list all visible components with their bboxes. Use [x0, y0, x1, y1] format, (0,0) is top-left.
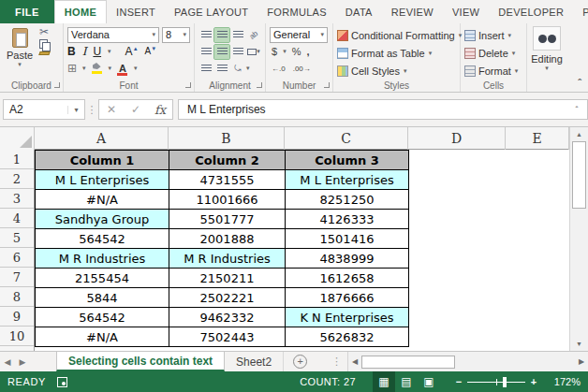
underline-button[interactable]: U [93, 45, 101, 58]
cell-B10[interactable]: 7502443 [169, 327, 286, 347]
paste-button[interactable]: Paste ▾ [4, 28, 36, 68]
insert-dropdown-icon[interactable]: ▾ [508, 32, 512, 39]
cell-B9[interactable]: 9462332 [169, 308, 286, 327]
tab-powerpivo[interactable]: POWERPIVO [573, 0, 588, 23]
page-break-view-icon[interactable]: ▣ [418, 371, 440, 392]
row-header-10[interactable]: 10 [0, 327, 34, 346]
align-center-button[interactable] [214, 45, 229, 59]
column-header-e[interactable]: E [506, 127, 569, 150]
vertical-scroll-thumb[interactable] [572, 141, 586, 209]
comma-format-button[interactable]: , [306, 46, 309, 57]
new-sheet-icon[interactable]: + [293, 355, 307, 369]
alignment-dialog-launcher-icon[interactable] [257, 82, 262, 88]
insert-function-icon[interactable]: fx [148, 103, 172, 117]
name-box-dropdown-icon[interactable]: ▾ [67, 106, 84, 114]
horizontal-scrollbar[interactable]: ◀ ▶ [347, 352, 588, 371]
row-header-7[interactable]: 7 [0, 268, 34, 287]
scroll-right-icon[interactable]: ▶ [575, 357, 588, 366]
tab-insert[interactable]: INSERT [107, 0, 165, 23]
cell-B4[interactable]: 5501777 [169, 210, 286, 229]
tab-home[interactable]: HOME [54, 0, 107, 23]
currency-dropdown-icon[interactable]: ▾ [283, 48, 287, 55]
align-middle-button[interactable] [214, 28, 229, 42]
cell-A5[interactable]: 564542 [36, 229, 169, 249]
tab-file[interactable]: FILE [0, 0, 54, 23]
cell-C7[interactable]: 1612658 [286, 269, 409, 288]
cell-C9[interactable]: K N Enterprises [286, 308, 409, 327]
column-header-c[interactable]: C [285, 127, 408, 150]
tab-review[interactable]: REVIEW [382, 0, 443, 23]
cell-styles-button[interactable]: Cell Styles▾ [337, 62, 458, 80]
enter-icon[interactable]: ✓ [124, 103, 148, 116]
percent-format-button[interactable]: % [292, 46, 301, 57]
row-header-9[interactable]: 9 [0, 307, 34, 327]
row-header-6[interactable]: 6 [0, 248, 34, 268]
column-header-a[interactable]: A [35, 127, 169, 150]
cell-C10[interactable]: 5626832 [286, 327, 409, 347]
cell-C5[interactable]: 1501416 [286, 229, 409, 249]
tab-formulas[interactable]: FORMULAS [257, 0, 336, 23]
tab-developer[interactable]: DEVELOPER [489, 0, 573, 23]
tab-scroll-splitter[interactable]: ⋮ [331, 356, 342, 368]
row-header-4[interactable]: 4 [0, 209, 34, 228]
zoom-thumb[interactable] [503, 377, 507, 387]
scroll-left-icon[interactable]: ◀ [348, 357, 361, 366]
cell-A2[interactable]: M L Enterprises [36, 170, 169, 190]
delete-dropdown-icon[interactable]: ▾ [512, 50, 516, 57]
font-name-combo[interactable]: Verdana▾ [67, 27, 159, 43]
page-layout-view-icon[interactable]: ▤ [395, 371, 418, 392]
cut-icon[interactable]: ✂ [39, 26, 61, 37]
conditional-formatting-button[interactable]: Conditional Formatting▾ [337, 26, 458, 44]
sheet-nav-right-icon[interactable]: ▶ [15, 352, 30, 371]
row-header-5[interactable]: 5 [0, 228, 34, 248]
font-color-icon[interactable]: A [117, 65, 128, 73]
row-header-1[interactable]: 1 [0, 150, 34, 169]
scroll-down-icon[interactable]: ▼ [570, 337, 588, 351]
cell-A9[interactable]: 564542 [36, 308, 169, 327]
tab-view[interactable]: VIEW [443, 0, 489, 23]
cell-A8[interactable]: 5844 [36, 288, 169, 308]
cell-A4[interactable]: Sandhya Group [36, 210, 169, 229]
cell-C3[interactable]: 8251250 [286, 190, 409, 210]
insert-button[interactable]: Insert▾ [464, 26, 524, 44]
column-header-d[interactable]: D [408, 127, 506, 150]
wrap-text-button[interactable]: ⤿ [230, 62, 245, 76]
editing-button[interactable]: Editing ▾ [531, 26, 563, 72]
delete-button[interactable]: Delete▾ [464, 44, 524, 62]
format-as-table-button[interactable]: Format as Table▾ [337, 44, 458, 62]
format-painter-icon[interactable] [38, 51, 50, 55]
fill-color-icon[interactable] [92, 63, 103, 74]
number-dialog-launcher-icon[interactable] [324, 82, 330, 88]
column-header-b[interactable]: B [169, 127, 285, 150]
cell-C4[interactable]: 4126333 [286, 210, 409, 229]
horizontal-scroll-thumb[interactable] [361, 356, 455, 369]
row-header-2[interactable]: 2 [0, 169, 34, 189]
cell-B5[interactable]: 2001888 [169, 229, 286, 249]
format-as-table-dropdown-icon[interactable]: ▾ [429, 50, 433, 57]
editing-dropdown-icon[interactable]: ▾ [545, 65, 549, 72]
select-all-corner[interactable] [0, 127, 35, 150]
font-dialog-launcher-icon[interactable] [185, 82, 191, 88]
decrease-indent-button[interactable] [198, 62, 213, 76]
tab-data[interactable]: DATA [336, 0, 382, 23]
cell-C6[interactable]: 4838999 [286, 249, 409, 269]
italic-button[interactable]: I [82, 45, 87, 58]
format-button[interactable]: Format▾ [464, 62, 524, 80]
cell-A7[interactable]: 2155454 [36, 269, 169, 288]
increase-decimal-button[interactable]: ←.0 [272, 65, 286, 73]
cell-A6[interactable]: M R Industries [36, 249, 169, 269]
paste-dropdown-icon[interactable]: ▾ [18, 61, 22, 68]
format-dropdown-icon[interactable]: ▾ [515, 67, 519, 75]
currency-format-button[interactable]: $ [272, 46, 277, 57]
underline-dropdown-icon[interactable]: ▾ [108, 48, 111, 55]
cell-C2[interactable]: M L Enterprises [286, 170, 409, 190]
font-size-combo[interactable]: 8▾ [162, 27, 190, 43]
cell-B2[interactable]: 4731555 [169, 170, 286, 190]
cell-A3[interactable]: #N/A [36, 190, 169, 210]
cell-A10[interactable]: #N/A [36, 327, 169, 347]
formula-bar-splitter[interactable]: ⋮ [85, 104, 98, 116]
align-top-button[interactable] [198, 28, 213, 42]
borders-icon[interactable]: ⊞ [67, 63, 77, 74]
zoom-level[interactable]: 172% [549, 376, 581, 387]
vertical-scrollbar[interactable]: ▲ ▼ [569, 127, 588, 351]
